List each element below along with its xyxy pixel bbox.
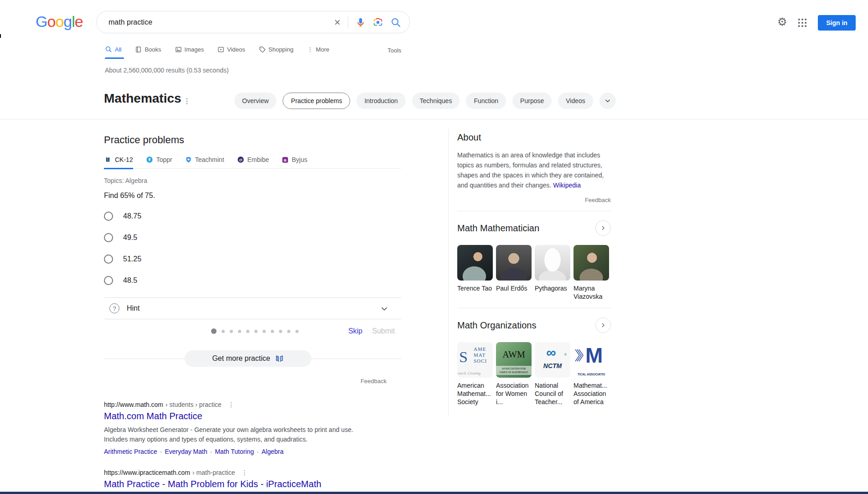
sitelink[interactable]: Math Tutoring (215, 448, 254, 455)
entity-title: Mathematics (104, 91, 181, 106)
google-search-page: Google × ⚙ Sign in All Books (0, 0, 868, 494)
person-name[interactable]: Maryna Viazovska (574, 284, 609, 301)
logo-awm[interactable]: AWM ASSOCIATION FOR OMEN IN MATHEMATI (496, 342, 532, 378)
source-tab-ck12[interactable]: CK-12 (104, 156, 133, 169)
embibe-icon: @ (237, 156, 244, 163)
search-bar-divider (348, 16, 348, 28)
tab-images[interactable]: Images (175, 46, 204, 53)
org-name[interactable]: Mathemat... Association of America (574, 381, 609, 406)
answer-options: 48.75 49.5 51.25 48.5 (104, 212, 401, 285)
tab-all[interactable]: All (105, 46, 121, 53)
tab-shopping[interactable]: Shopping (259, 46, 294, 53)
answer-option[interactable]: 51.25 (104, 255, 401, 264)
source-tab-teachmint[interactable]: Teachmint (185, 156, 224, 168)
result-sitelinks: Arithmetic Practice·Everyday Math·Math T… (104, 448, 401, 455)
radio-button[interactable] (104, 276, 113, 285)
answer-option[interactable]: 48.5 (104, 276, 401, 285)
logo-ams[interactable]: S AME MAT SOCI earch. Creating (457, 342, 493, 378)
screen-artifact (0, 34, 1, 38)
org-name[interactable]: National Council of Teacher... (535, 381, 570, 406)
sign-in-button[interactable]: Sign in (818, 15, 856, 31)
pagination-dot-active (211, 328, 217, 334)
search-bar[interactable]: × (96, 11, 410, 33)
chip-purpose[interactable]: Purpose (512, 93, 552, 109)
practice-problems-title: Practice problems (104, 134, 401, 146)
logo-maa[interactable]: M TICAL ASSOCIATIO (574, 342, 609, 378)
chip-overview[interactable]: Overview (234, 93, 276, 109)
hint-question-icon: ? (109, 303, 119, 313)
search-input[interactable] (108, 11, 326, 33)
result-url-row: https://www.ipracticemath.com › math-pra… (104, 469, 401, 476)
chip-practice-problems[interactable]: Practice problems (283, 93, 350, 109)
search-submit-icon[interactable] (390, 17, 401, 28)
source-tab-embibe[interactable]: @ Embibe (237, 156, 269, 168)
sitelink[interactable]: Everyday Math (165, 448, 207, 455)
person-name[interactable]: Terence Tao (457, 284, 493, 301)
tab-more[interactable]: ⋮ More (307, 46, 330, 53)
photo-pythagoras[interactable] (535, 245, 570, 281)
result-url[interactable]: http://www.math.com (104, 401, 163, 408)
tab-videos[interactable]: Videos (217, 46, 245, 53)
feedback-link[interactable]: Feedback (585, 197, 611, 203)
chip-function[interactable]: Function (466, 93, 506, 109)
answer-option[interactable]: 49.5 (104, 233, 401, 242)
organizations-more-button[interactable] (595, 317, 611, 333)
mathematicians-more-button[interactable] (595, 220, 611, 236)
card-divider (457, 308, 611, 308)
tools-button[interactable]: Tools (388, 47, 401, 54)
radio-button[interactable] (104, 255, 113, 264)
org-name[interactable]: American Mathemat... Society (457, 381, 493, 406)
result-title-link[interactable]: Math.com Math Practice (104, 411, 401, 421)
logo-nctm[interactable]: ∞ ® NCTM (535, 342, 570, 378)
photo-maryna-viazovska[interactable] (574, 245, 609, 281)
question-pagination: Skip Submit (104, 326, 401, 337)
about-text: Mathematics is an area of knowledge that… (457, 150, 611, 190)
chip-videos[interactable]: Videos (558, 93, 593, 109)
tab-shopping-label: Shopping (269, 46, 294, 53)
result-title-link[interactable]: Math Practice - Math Problem for Kids - … (104, 479, 401, 489)
skip-button[interactable]: Skip (348, 327, 362, 335)
chip-techniques[interactable]: Techniques (412, 93, 460, 109)
lens-camera-icon[interactable] (373, 17, 383, 27)
sitelink[interactable]: Algebra (262, 448, 284, 455)
hint-expander[interactable]: ? Hint (104, 297, 401, 319)
organizations-title: Math Organizations (457, 320, 536, 331)
pagination-dots (211, 326, 299, 337)
tab-books[interactable]: Books (135, 46, 161, 53)
search-result: http://www.math.com › students › practic… (104, 401, 401, 455)
settings-gear-icon[interactable]: ⚙ (777, 16, 787, 27)
header-divider (0, 119, 868, 120)
pagination-dot (295, 330, 299, 333)
result-menu-icon[interactable]: ⋮ (241, 469, 248, 476)
photo-terence-tao[interactable] (457, 245, 493, 281)
org-name[interactable]: Association for Women i... (496, 381, 532, 406)
google-logo[interactable]: Google (36, 13, 83, 31)
voice-search-icon[interactable] (356, 17, 366, 27)
result-menu-icon[interactable]: ⋮ (228, 401, 234, 408)
source-tab-toppr[interactable]: Toppr (146, 156, 172, 168)
open-book-icon (275, 354, 284, 363)
radio-button[interactable] (104, 212, 113, 221)
hint-chevron-down-icon[interactable] (379, 304, 389, 316)
svg-text:@: @ (238, 158, 242, 162)
entity-menu-icon[interactable]: ⋮ (183, 97, 190, 105)
answer-option[interactable]: 48.75 (104, 212, 401, 221)
google-apps-grid-icon[interactable] (798, 18, 807, 29)
chips-expand-button[interactable] (599, 93, 616, 109)
photo-paul-erdos[interactable] (496, 245, 532, 281)
clear-search-icon[interactable]: × (334, 17, 341, 28)
source-tab-byjus[interactable]: B Byjus (282, 156, 307, 168)
person-name[interactable]: Paul Erdős (496, 284, 532, 301)
pagination-dot (254, 330, 258, 333)
result-url[interactable]: https://www.ipracticemath.com (104, 469, 190, 476)
chip-introduction[interactable]: Introduction (356, 93, 405, 109)
get-more-practice-button[interactable]: Get more practice (185, 350, 311, 367)
result-breadcrumb: › math-practice (192, 469, 235, 476)
wikipedia-link[interactable]: Wikipedia (553, 182, 581, 189)
person-name[interactable]: Pythagoras (535, 284, 570, 301)
submit-button[interactable]: Submit (372, 327, 395, 335)
hint-label: Hint (127, 304, 140, 312)
sitelink[interactable]: Arithmetic Practice (104, 448, 157, 455)
radio-button[interactable] (104, 233, 113, 242)
feedback-link[interactable]: Feedback (361, 378, 387, 385)
